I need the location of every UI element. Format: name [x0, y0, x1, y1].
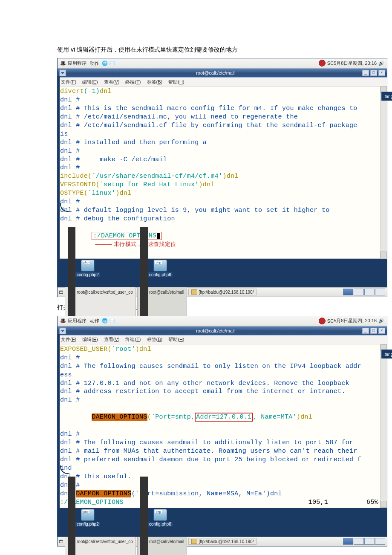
- redhat-icon: 🎩: [60, 61, 66, 66]
- terminal-menubar: 文件(F) 编辑(E) 查看(V) 终端(T) 标签(B) 帮助(H): [58, 78, 387, 87]
- code: dnl #: [60, 481, 387, 490]
- menu-terminal[interactable]: 终端(T): [125, 336, 141, 343]
- terminal-menubar: 文件(F) 编辑(E) 查看(V) 终端(T) 标签(B) 帮助(H): [58, 335, 387, 344]
- minimize-button[interactable]: _: [362, 328, 369, 334]
- menu-tabs[interactable]: 标签(B): [147, 79, 163, 85]
- mail-icon[interactable]: ✉️: [109, 318, 115, 324]
- clock: 5月8日星期四, 20:16: [334, 60, 377, 66]
- code: `Port=smtp,: [151, 413, 195, 421]
- mail-icon[interactable]: ✉️: [109, 61, 115, 66]
- file-icon[interactable]: config.php2: [75, 260, 100, 277]
- menu-file[interactable]: 文件(F): [61, 79, 76, 85]
- code: dnl #: [60, 198, 387, 206]
- code: )dnl: [297, 413, 312, 421]
- menu-view[interactable]: 查看(V): [104, 336, 120, 343]
- maximize-button[interactable]: □: [370, 328, 377, 334]
- code: dnl # default logging level is 9, you mi…: [60, 206, 387, 215]
- code: dnl # /etc/mail/sendmail.cf file by conf…: [60, 121, 387, 130]
- ime-label[interactable]: SC: [327, 318, 334, 324]
- redhat-icon: 🎩: [60, 318, 66, 324]
- desktop-area[interactable]: config.php2 config.php6: [58, 259, 387, 287]
- file-icon[interactable]: config.php6: [148, 260, 173, 277]
- maximize-button[interactable]: □: [370, 70, 377, 76]
- taskbar-button[interactable]: [ftp://baidu@192.168.10.190/: [188, 289, 257, 295]
- code: divert: [60, 88, 84, 95]
- code: OSTYPE(: [60, 190, 88, 197]
- close-button[interactable]: ×: [378, 328, 385, 334]
- panel-menu-actions[interactable]: 动作: [90, 60, 99, 66]
- code: dnl # The following causes sendmail to a…: [60, 439, 387, 447]
- update-icon[interactable]: [319, 60, 326, 66]
- menu-help[interactable]: 帮助(H): [168, 336, 184, 343]
- taskbar-button[interactable]: [ftp://baidu@192.168.10.190/: [188, 538, 257, 545]
- code: dnl # The following causes sendmail to o…: [60, 362, 387, 371]
- file-icon-targz[interactable]: .tar.gz: [381, 350, 392, 358]
- code: dnl #: [60, 96, 387, 104]
- desktop-area[interactable]: config.php2 config.php6: [58, 508, 387, 537]
- code-highlight: DAEMON_OPTIONS: [76, 490, 131, 497]
- volume-icon[interactable]: 🔊: [378, 61, 384, 66]
- code: )dnl: [115, 190, 131, 197]
- menu-help[interactable]: 帮助(H): [168, 79, 184, 85]
- gnome-top-panel: 🎩 应用程序 动作 🌐 ✉️ SC 5月8日星期四, 20:16 🔊: [58, 316, 387, 326]
- code: dnl # preferred sendmail daemon due to p…: [60, 456, 387, 464]
- code: dnl # /etc/mail/sendmail.mc, you will ne…: [60, 113, 387, 121]
- menu-edit[interactable]: 编辑(E): [82, 79, 98, 85]
- code: dnl # debug the configuration: [60, 215, 387, 223]
- show-desktop-button[interactable]: 🗔: [59, 290, 63, 295]
- code: dnl #: [60, 147, 387, 156]
- gnome-top-panel: 🎩 应用程序 动作 🌐 ✉️ SC 5月8日星期四, 20:16 🔊: [58, 58, 387, 68]
- scrollbar[interactable]: [380, 344, 387, 508]
- code: include(: [60, 173, 92, 180]
- desktop-edge: [58, 76, 60, 286]
- code: )dnl: [135, 346, 151, 353]
- menu-edit[interactable]: 编辑(E): [82, 336, 98, 343]
- show-desktop-button[interactable]: 🗔: [59, 539, 63, 544]
- menu-file[interactable]: 文件(F): [61, 336, 76, 343]
- window-menu-button[interactable]: [59, 327, 66, 334]
- code: dnl # This is the sendmail macro config …: [60, 104, 387, 113]
- code: dnl # address restriction to accept emai…: [60, 387, 387, 396]
- code: dnl # 127.0.0.1 and not on any other net…: [60, 379, 387, 388]
- code: is: [60, 130, 387, 139]
- code: dnl # this useful.: [60, 473, 387, 481]
- file-icon[interactable]: config.php2: [75, 509, 100, 526]
- code: `/usr/share/sendmail-cf/m4/cf.m4': [92, 173, 222, 180]
- code-boxed: Addr=127.0.0.1: [195, 413, 253, 422]
- workspace-pager[interactable]: [343, 538, 385, 545]
- panel-menu-actions[interactable]: 动作: [90, 318, 99, 324]
- code: (: [131, 490, 135, 497]
- terminal-content[interactable]: divert(-1)dnl dnl # dnl # This is the se…: [58, 87, 387, 259]
- window-menu-button[interactable]: [59, 69, 66, 76]
- menu-view[interactable]: 查看(V): [104, 79, 120, 85]
- file-icon[interactable]: config.php6: [148, 509, 173, 526]
- update-icon[interactable]: [319, 318, 326, 324]
- ime-label[interactable]: SC: [327, 61, 334, 66]
- scrollbar[interactable]: [380, 87, 387, 258]
- panel-menu-apps[interactable]: 应用程序: [68, 318, 86, 324]
- code: dnl # mail from MUAs that authenticate. …: [60, 447, 387, 456]
- menu-tabs[interactable]: 标签(B): [147, 336, 163, 343]
- workspace-pager[interactable]: [343, 289, 385, 295]
- code: `root': [112, 346, 135, 353]
- minimize-button[interactable]: _: [362, 70, 369, 76]
- terminal-content[interactable]: EXPOSED_USER(`root')dnl dnl # dnl # The …: [58, 344, 387, 508]
- close-button[interactable]: ×: [378, 70, 385, 76]
- browser-icon[interactable]: 🌐: [102, 61, 108, 66]
- code: `linux': [88, 190, 115, 197]
- code: `setup for Red Hat Linux': [100, 181, 199, 188]
- vi-percent: 65%: [366, 498, 378, 507]
- code: dnl #: [60, 430, 387, 439]
- clock: 5月8日星期四, 20:16: [334, 318, 377, 324]
- volume-icon[interactable]: 🔊: [378, 318, 384, 324]
- code: (: [147, 413, 151, 421]
- file-icon-targz[interactable]: .tar.gz: [381, 92, 392, 101]
- browser-icon[interactable]: 🌐: [102, 318, 108, 324]
- code: )dnl: [266, 490, 282, 497]
- code-highlight: DAEMON_OPTIONS: [92, 413, 147, 421]
- menu-terminal[interactable]: 终端(T): [125, 79, 141, 85]
- gnome-taskbar: 🗔 root@cali:/etc/vsftpd_user_co root@cal…: [58, 287, 387, 297]
- window-titlebar: root@cali:/etc/mail _ □ ×: [58, 68, 387, 78]
- intro-text-1: 使用 vi 编辑器打开后，使用在末行模式里快速定位到需要修改的地方: [57, 46, 335, 54]
- panel-menu-apps[interactable]: 应用程序: [68, 60, 86, 66]
